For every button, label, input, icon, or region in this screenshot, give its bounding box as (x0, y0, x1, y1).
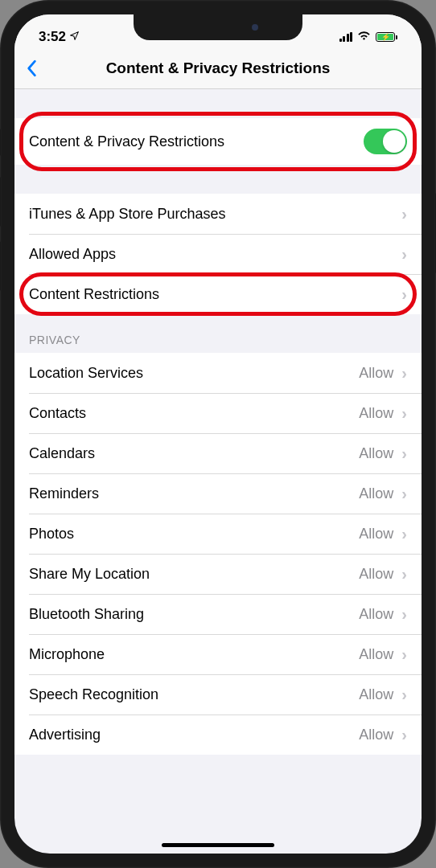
row-label: Calendars (29, 445, 359, 462)
location-icon (69, 29, 80, 45)
screen: 3:52 ⚡ (14, 14, 422, 854)
battery-icon: ⚡ (376, 32, 397, 42)
row-label: Allowed Apps (29, 246, 401, 263)
chevron-right-icon: › (401, 686, 407, 704)
row-value: Allow (359, 526, 393, 542)
itunes-purchases-row[interactable]: iTunes & App Store Purchases › (14, 194, 422, 234)
chevron-right-icon: › (401, 364, 407, 383)
reminders-row[interactable]: Reminders Allow › (14, 473, 422, 514)
microphone-row[interactable]: Microphone Allow › (14, 634, 422, 674)
content-privacy-toggle-row[interactable]: Content & Privacy Restrictions (14, 118, 422, 165)
row-label: Speech Recognition (29, 686, 359, 703)
chevron-left-icon (26, 59, 42, 77)
chevron-right-icon: › (401, 525, 407, 543)
row-label: Location Services (29, 365, 359, 382)
privacy-section: Location Services Allow › Contacts Allow… (14, 353, 422, 755)
notch (134, 14, 302, 40)
row-label: Advertising (29, 727, 359, 743)
photos-row[interactable]: Photos Allow › (14, 514, 422, 554)
row-value: Allow (359, 566, 393, 583)
row-label: Bluetooth Sharing (29, 606, 359, 623)
status-time: 3:52 (39, 29, 80, 45)
calendars-row[interactable]: Calendars Allow › (14, 433, 422, 473)
row-value: Allow (359, 405, 393, 422)
privacy-section-header: PRIVACY (14, 314, 422, 353)
content-privacy-toggle[interactable] (364, 129, 407, 154)
chevron-right-icon: › (401, 485, 407, 503)
chevron-right-icon: › (401, 726, 407, 744)
row-value: Allow (359, 365, 393, 382)
phone-frame: 3:52 ⚡ (0, 0, 436, 868)
row-label: Reminders (29, 485, 359, 502)
back-button[interactable] (26, 59, 42, 77)
row-label: iTunes & App Store Purchases (29, 206, 401, 223)
row-value: Allow (359, 445, 393, 462)
toggle-label: Content & Privacy Restrictions (29, 133, 364, 150)
status-time-text: 3:52 (39, 29, 66, 45)
row-label: Microphone (29, 646, 359, 663)
bluetooth-sharing-row[interactable]: Bluetooth Sharing Allow › (14, 594, 422, 634)
advertising-row[interactable]: Advertising Allow › (14, 714, 422, 755)
main-section: iTunes & App Store Purchases › Allowed A… (14, 194, 422, 314)
row-label: Contacts (29, 405, 359, 422)
allowed-apps-row[interactable]: Allowed Apps › (14, 234, 422, 274)
row-value: Allow (359, 606, 393, 623)
cellular-signal-icon (339, 32, 353, 42)
chevron-right-icon: › (401, 645, 407, 664)
content-scroll[interactable]: Content & Privacy Restrictions iTunes & … (14, 89, 422, 848)
toggle-section: Content & Privacy Restrictions (14, 118, 422, 165)
location-services-row[interactable]: Location Services Allow › (14, 353, 422, 393)
row-value: Allow (359, 485, 393, 502)
row-value: Allow (359, 646, 393, 663)
content-restrictions-row[interactable]: Content Restrictions › (14, 274, 422, 314)
mute-switch (0, 129, 1, 156)
row-label: Content Restrictions (29, 286, 401, 303)
volume-up-button (0, 177, 1, 227)
chevron-right-icon: › (401, 285, 407, 304)
status-icons: ⚡ (339, 30, 398, 44)
volume-down-button (0, 241, 1, 291)
row-value: Allow (359, 686, 393, 703)
speech-recognition-row[interactable]: Speech Recognition Allow › (14, 674, 422, 714)
wifi-icon (357, 30, 371, 44)
chevron-right-icon: › (401, 245, 407, 264)
toggle-knob (383, 130, 405, 153)
row-label: Photos (29, 526, 359, 542)
nav-bar: Content & Privacy Restrictions (14, 51, 422, 89)
page-title: Content & Privacy Restrictions (26, 59, 410, 77)
chevron-right-icon: › (401, 565, 407, 583)
contacts-row[interactable]: Contacts Allow › (14, 393, 422, 433)
chevron-right-icon: › (401, 605, 407, 624)
chevron-right-icon: › (401, 444, 407, 463)
chevron-right-icon: › (401, 205, 407, 223)
row-value: Allow (359, 727, 393, 743)
row-label: Share My Location (29, 566, 359, 583)
home-indicator[interactable] (162, 843, 274, 847)
chevron-right-icon: › (401, 404, 407, 423)
share-my-location-row[interactable]: Share My Location Allow › (14, 554, 422, 594)
